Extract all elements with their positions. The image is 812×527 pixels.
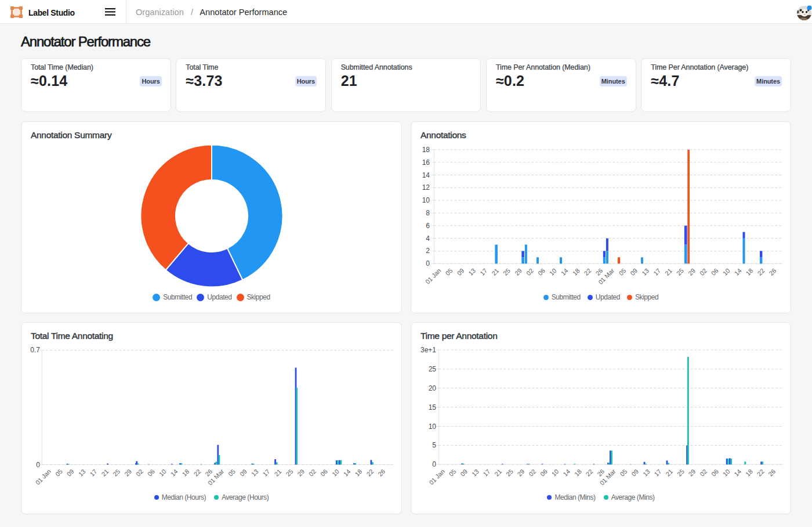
svg-text:4: 4 — [426, 234, 430, 243]
svg-text:10: 10 — [550, 468, 560, 478]
svg-text:26: 26 — [376, 468, 386, 478]
svg-text:22: 22 — [583, 267, 593, 277]
svg-text:0: 0 — [426, 259, 430, 268]
svg-text:5: 5 — [432, 441, 436, 449]
svg-text:18: 18 — [745, 267, 755, 277]
svg-text:02: 02 — [307, 468, 317, 478]
svg-text:05: 05 — [444, 267, 454, 277]
svg-text:25: 25 — [676, 468, 686, 478]
svg-text:09: 09 — [629, 267, 639, 277]
svg-text:16: 16 — [422, 158, 430, 167]
svg-text:22: 22 — [585, 468, 594, 478]
svg-text:02: 02 — [698, 468, 708, 478]
svg-text:06: 06 — [319, 468, 329, 478]
svg-text:12: 12 — [422, 183, 430, 192]
svg-text:21: 21 — [273, 468, 282, 478]
svg-text:05: 05 — [54, 468, 64, 478]
svg-text:17: 17 — [89, 468, 99, 478]
svg-text:02: 02 — [525, 267, 535, 277]
svg-text:10: 10 — [429, 423, 437, 431]
svg-text:06: 06 — [146, 468, 156, 478]
svg-text:22: 22 — [365, 468, 375, 478]
svg-text:09: 09 — [630, 468, 640, 478]
svg-text:17: 17 — [482, 468, 492, 478]
svg-text:05: 05 — [617, 267, 627, 277]
svg-text:25: 25 — [502, 267, 512, 277]
svg-text:29: 29 — [296, 468, 306, 478]
svg-text:02: 02 — [698, 267, 708, 277]
svg-text:05: 05 — [227, 468, 237, 478]
svg-text:6: 6 — [426, 222, 430, 230]
svg-text:01 Jan: 01 Jan — [427, 468, 445, 486]
svg-text:29: 29 — [516, 468, 526, 478]
svg-text:14: 14 — [169, 468, 179, 478]
svg-text:21: 21 — [493, 468, 503, 478]
svg-text:29: 29 — [687, 468, 697, 478]
svg-text:09: 09 — [455, 267, 465, 277]
svg-text:09: 09 — [238, 468, 248, 478]
svg-text:25: 25 — [505, 468, 514, 478]
svg-text:18: 18 — [573, 468, 583, 478]
svg-text:15: 15 — [429, 403, 437, 412]
svg-text:26: 26 — [767, 468, 777, 478]
svg-text:10: 10 — [331, 468, 340, 478]
svg-text:01 Jan: 01 Jan — [424, 267, 442, 285]
svg-text:13: 13 — [470, 468, 480, 478]
svg-text:13: 13 — [641, 468, 651, 478]
svg-text:06: 06 — [710, 468, 720, 478]
svg-text:05: 05 — [619, 468, 629, 478]
svg-text:10: 10 — [722, 468, 731, 478]
svg-text:18: 18 — [422, 146, 430, 154]
svg-text:14: 14 — [561, 468, 571, 478]
svg-text:25: 25 — [675, 267, 685, 277]
svg-text:14: 14 — [422, 171, 430, 179]
svg-text:10: 10 — [158, 468, 168, 478]
svg-text:14: 14 — [733, 468, 742, 478]
svg-text:3e+1: 3e+1 — [420, 346, 436, 354]
svg-text:22: 22 — [756, 267, 766, 277]
svg-text:8: 8 — [426, 209, 430, 217]
svg-text:22: 22 — [192, 468, 202, 478]
svg-text:06: 06 — [539, 468, 549, 478]
svg-text:20: 20 — [429, 384, 437, 392]
svg-text:21: 21 — [490, 267, 500, 277]
svg-text:13: 13 — [77, 468, 87, 478]
svg-text:10: 10 — [722, 267, 731, 277]
svg-text:14: 14 — [733, 267, 743, 277]
svg-text:21: 21 — [664, 267, 673, 277]
svg-text:18: 18 — [354, 468, 364, 478]
svg-text:14: 14 — [560, 267, 570, 277]
svg-text:21: 21 — [664, 468, 674, 478]
svg-text:09: 09 — [459, 468, 469, 478]
svg-text:21: 21 — [100, 468, 110, 478]
svg-text:0.7: 0.7 — [30, 346, 40, 354]
svg-text:29: 29 — [687, 267, 697, 277]
svg-text:05: 05 — [448, 468, 458, 478]
svg-text:25: 25 — [111, 468, 121, 478]
svg-text:10: 10 — [422, 196, 430, 204]
svg-text:2: 2 — [426, 247, 430, 255]
svg-text:22: 22 — [756, 468, 766, 478]
svg-text:18: 18 — [744, 468, 754, 478]
svg-text:17: 17 — [652, 267, 662, 277]
svg-text:09: 09 — [66, 468, 75, 478]
svg-text:18: 18 — [180, 468, 190, 478]
svg-text:29: 29 — [513, 267, 523, 277]
svg-text:17: 17 — [653, 468, 663, 478]
svg-text:10: 10 — [548, 267, 558, 277]
svg-text:25: 25 — [284, 468, 294, 478]
svg-text:0: 0 — [432, 460, 436, 468]
svg-text:02: 02 — [135, 468, 144, 478]
svg-text:18: 18 — [571, 267, 581, 277]
svg-text:29: 29 — [123, 468, 133, 478]
svg-text:25: 25 — [429, 365, 437, 373]
svg-text:26: 26 — [767, 267, 777, 277]
svg-text:13: 13 — [250, 468, 260, 478]
svg-text:06: 06 — [710, 267, 720, 277]
svg-text:17: 17 — [262, 468, 271, 478]
svg-text:13: 13 — [467, 267, 477, 277]
svg-text:14: 14 — [342, 468, 352, 478]
svg-text:01 Jan: 01 Jan — [34, 468, 52, 486]
svg-text:17: 17 — [478, 267, 488, 277]
svg-text:06: 06 — [536, 267, 546, 277]
